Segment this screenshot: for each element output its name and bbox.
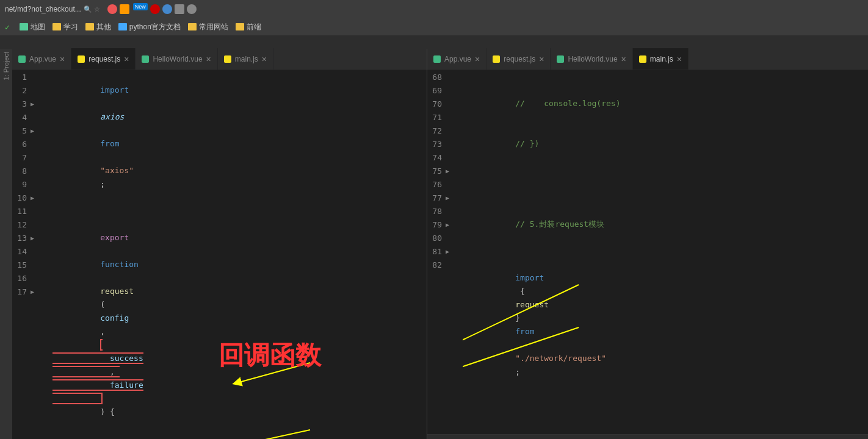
close-icon[interactable]: × [206,55,211,63]
right-code-line-71 [468,177,863,191]
right-code-line-68: // console.log(res) [468,70,863,124]
rline-72: 72 [427,124,463,137]
left-code-area: 1 2 3▶ 4 5▶ 6 7 8 9 10▶ 11 12 13▶ 14 15 … [12,70,427,439]
right-code-area: 68 69 70 71 72 73 74 75▶ 76 77▶ 78 79▶ 8… [427,70,868,434]
rline-71: 71 [427,110,463,124]
tab-label: request.js [504,55,535,63]
bookmark-learn[interactable]: 学习 [52,22,78,32]
project-label: 1: Project [2,52,10,80]
close-icon[interactable]: × [124,55,129,63]
close-icon[interactable]: × [262,55,267,63]
bookmark-map[interactable]: 地图 [20,22,45,32]
tab-label: App.vue [29,55,56,63]
close-icon[interactable]: × [539,55,544,63]
line-14: 14 [12,244,48,258]
right-code-line-73: import { request } from "./network/reque… [468,244,863,392]
bookmark-frontend[interactable]: 前端 [236,22,261,32]
right-code-content[interactable]: // console.log(res) // }) // 5.封装request… [463,70,868,434]
tab-label: App.vue [444,55,471,63]
browser-icon-4 [175,4,184,14]
bookmark-other[interactable]: 其他 [85,22,111,32]
right-code-line-74 [468,392,863,405]
line-1: 1 [12,70,48,84]
line-5: 5▶ [12,124,48,137]
editor-right: App.vue × request.js × HelloWorld.vue × … [427,49,868,439]
fold-icon[interactable]: ▶ [31,127,34,134]
js-icon [639,55,646,63]
tab-label: HelloWorld.vue [568,55,617,63]
line-13: 13▶ [12,231,48,244]
rline-79: 79▶ [427,218,463,231]
vscode-container: 1: Project App.vue × request.js × HelloW… [0,49,868,439]
editor-left: App.vue × request.js × HelloWorld.vue × … [12,49,427,439]
scrollbar-bottom[interactable] [427,434,868,439]
fold-icon[interactable]: ▶ [446,168,449,174]
line-16: 16 [12,271,48,285]
line-7: 7 [12,151,48,164]
fold-icon[interactable]: ▶ [446,195,449,201]
tab-label: HelloWorld.vue [153,55,202,63]
line-17: 17▶ [12,285,48,298]
right-code-line-70 [468,164,863,177]
rline-70: 70 [427,97,463,110]
bookmark-common[interactable]: 常用网站 [188,22,228,32]
line-8: 8 [12,164,48,177]
line-11: 11 [12,204,48,218]
line-4: 4 [12,110,48,124]
right-code-line-72: // 5.封装request模块 [468,191,863,244]
tab-main-js-right[interactable]: main.js × [633,48,689,70]
line-12: 12 [12,218,48,231]
js-icon [78,55,85,63]
rline-81: 81▶ [427,244,463,258]
rline-77: 77▶ [427,191,463,204]
success-failure-box: success , failure [52,339,143,404]
rline-69: 69 [427,84,463,97]
fold-icon[interactable]: ▶ [446,248,449,255]
rline-80: 80 [427,231,463,244]
fold-icon[interactable]: ▶ [31,195,34,201]
code-line-4: // 1.创建axios的实例 [52,432,422,439]
tab-request-js-left[interactable]: request.js × [71,48,136,70]
close-icon[interactable]: × [677,55,682,63]
left-code-content[interactable]: import axios from "axios" ; export funct… [48,70,427,439]
vue-icon [433,55,441,63]
code-line-2 [52,204,422,218]
line-9: 9 [12,177,48,191]
rline-73: 73 [427,137,463,151]
left-line-numbers: 1 2 3▶ 4 5▶ 6 7 8 9 10▶ 11 12 13▶ 14 15 … [12,70,48,439]
right-tab-bar: App.vue × request.js × HelloWorld.vue × … [427,49,868,70]
code-line-1: import axios from "axios" ; [52,70,422,204]
line-2: 2 [12,84,48,97]
fold-icon[interactable]: ▶ [31,288,34,295]
tab-main-js-left[interactable]: main.js × [218,48,273,70]
browser-icon-5 [187,4,197,14]
vue-icon [18,55,26,63]
rline-75: 75▶ [427,164,463,177]
fold-icon[interactable]: ▶ [446,221,449,228]
tab-app-vue-right[interactable]: App.vue × [427,48,486,70]
fold-icon[interactable]: ▶ [31,101,34,107]
js-icon [224,55,231,63]
right-line-numbers: 68 69 70 71 72 73 74 75▶ 76 77▶ 78 79▶ 8… [427,70,463,434]
close-icon[interactable]: × [475,55,480,63]
line-6: 6 [12,137,48,151]
right-code-line-75: request ( config : { [468,405,863,434]
tab-request-js-right[interactable]: request.js × [486,48,551,70]
browser-icon-3 [162,4,172,14]
browser-title: net/md?not_checkout... [5,5,81,13]
browser-title-bar: net/md?not_checkout... 🔍 ☆ New [0,0,868,18]
browser-chrome: net/md?not_checkout... 🔍 ☆ New ✓ 地图 学习 其… [0,0,868,49]
bookmark-python[interactable]: python官方文档 [118,22,181,32]
activity-bar: 1: Project [0,49,12,439]
tab-app-vue-left[interactable]: App.vue × [12,48,71,70]
close-icon[interactable]: × [621,55,626,63]
right-code-line-69: // }) [468,124,863,164]
fold-icon[interactable]: ▶ [31,235,34,241]
tab-helloworld-left[interactable]: HelloWorld.vue × [136,48,217,70]
close-icon[interactable]: × [60,55,65,63]
browser-icon-1 [120,4,129,14]
new-badge: New [133,4,148,14]
tab-helloworld-right[interactable]: HelloWorld.vue × [551,48,632,70]
rline-76: 76 [427,177,463,191]
rline-82: 82 [427,258,463,271]
